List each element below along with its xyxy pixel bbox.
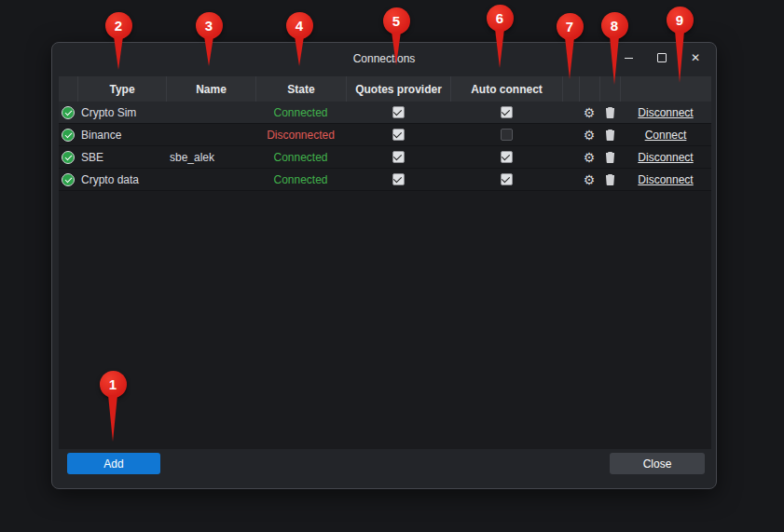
quotes-provider-checkbox[interactable] [392, 173, 405, 185]
auto-connect-checkbox[interactable] [501, 173, 513, 185]
header-type: Type [77, 76, 166, 102]
table-row[interactable]: Binance Disconnected ⚙ Connect [59, 124, 711, 146]
add-button[interactable]: Add [67, 453, 160, 474]
connection-state: Connected [255, 102, 346, 123]
connection-type: Crypto Sim [77, 102, 166, 123]
check-icon [393, 107, 402, 116]
auto-connect-checkbox[interactable] [501, 151, 513, 163]
settings-gear-icon[interactable]: ⚙ [584, 151, 596, 164]
connection-name [166, 124, 255, 145]
annotation-number: 9 [667, 7, 694, 34]
check-icon [393, 130, 402, 138]
maximize-icon [657, 53, 667, 62]
connected-status-icon [62, 106, 75, 119]
connection-name: sbe_alek [166, 146, 255, 168]
trash-icon[interactable] [605, 129, 615, 141]
annotation-number: 6 [487, 5, 514, 32]
table-header-row: Type Name State Quotes provider Auto con… [59, 76, 711, 102]
header-status [59, 76, 77, 102]
check-icon [393, 174, 402, 183]
settings-gear-icon[interactable]: ⚙ [584, 129, 596, 142]
auto-connect-checkbox[interactable] [501, 129, 513, 141]
desktop-background: Connections ✕ Type Name State Quotes pro… [0, 0, 784, 532]
connection-state: Connected [255, 146, 346, 168]
connection-state: Connected [255, 169, 346, 190]
close-button[interactable]: ✕ [688, 50, 703, 65]
table-row[interactable]: SBE sbe_alek Connected ⚙ Disconnect [59, 146, 711, 169]
annotation-number: 2 [105, 12, 132, 39]
minimize-button[interactable] [621, 50, 636, 65]
connection-type: Crypto data [77, 169, 166, 190]
connection-name [166, 102, 255, 123]
table-row[interactable]: Crypto data Connected ⚙ Disconnect [59, 169, 711, 191]
annotation-number: 4 [286, 12, 313, 39]
connections-dialog: Connections ✕ Type Name State Quotes pro… [51, 42, 717, 489]
connection-type: SBE [77, 146, 166, 168]
connection-type: Binance [77, 124, 166, 145]
settings-gear-icon[interactable]: ⚙ [584, 173, 596, 186]
connection-name [166, 169, 255, 190]
check-icon [502, 152, 510, 160]
disconnect-link[interactable]: Disconnect [620, 102, 711, 123]
annotation-number: 5 [383, 7, 410, 34]
annotation-number: 3 [196, 12, 223, 39]
annotation-number: 8 [601, 12, 628, 39]
dialog-titlebar[interactable]: Connections ✕ [52, 43, 716, 75]
connection-state: Disconnected [255, 124, 346, 145]
connected-status-icon [62, 151, 75, 164]
disconnect-link[interactable]: Disconnect [620, 169, 711, 190]
header-state: State [255, 76, 346, 102]
table-row[interactable]: Crypto Sim Connected ⚙ Disconnect [59, 102, 711, 124]
check-icon [393, 152, 402, 160]
trash-icon[interactable] [605, 106, 615, 118]
check-icon [502, 107, 510, 116]
connections-table: Type Name State Quotes provider Auto con… [59, 76, 711, 449]
connect-link[interactable]: Connect [620, 124, 711, 145]
header-name: Name [166, 76, 255, 102]
trash-icon[interactable] [605, 151, 615, 163]
maximize-button[interactable] [654, 50, 669, 65]
header-auto-connect: Auto connect [450, 76, 562, 102]
header-settings [579, 76, 599, 102]
settings-gear-icon[interactable]: ⚙ [584, 106, 596, 119]
minimize-icon [625, 58, 633, 59]
header-action [620, 76, 711, 102]
quotes-provider-checkbox[interactable] [392, 151, 405, 163]
annotation-number: 7 [557, 13, 584, 40]
dialog-title: Connections [353, 52, 416, 65]
connected-status-icon [62, 173, 75, 186]
quotes-provider-checkbox[interactable] [392, 106, 405, 118]
window-controls: ✕ [621, 50, 703, 65]
trash-icon[interactable] [605, 173, 615, 185]
check-icon [502, 174, 510, 183]
quotes-provider-checkbox[interactable] [392, 129, 405, 141]
header-quotes-provider: Quotes provider [346, 76, 450, 102]
header-delete [599, 76, 620, 102]
header-spacer [562, 76, 579, 102]
auto-connect-checkbox[interactable] [501, 106, 513, 118]
disconnect-link[interactable]: Disconnect [620, 146, 711, 168]
connected-status-icon [62, 129, 75, 142]
close-dialog-button[interactable]: Close [610, 453, 705, 474]
